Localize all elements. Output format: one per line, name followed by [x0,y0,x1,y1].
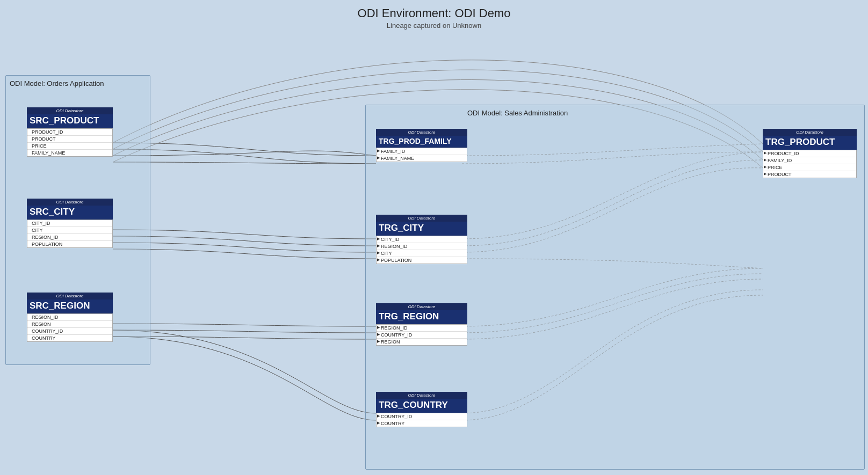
field-region: REGION [377,339,467,345]
datastore-src-city: ODI Datastore SRC_CITY CITY_ID CITY REGI… [27,199,113,248]
trg-product-title: TRG_PRODUCT [763,136,857,150]
field-country-id: COUNTRY_ID [377,413,467,420]
field-country-id: COUNTRY_ID [27,328,112,335]
trg-city-header: ODI Datastore [376,215,467,222]
field-country: COUNTRY [27,335,112,341]
trg-region-fields: REGION_ID COUNTRY_ID REGION [376,324,467,346]
trg-city-title: TRG_CITY [376,222,467,236]
field-product-id: PRODUCT_ID [763,150,856,157]
trg-prod-family-header: ODI Datastore [376,129,467,136]
trg-prod-family-title: TRG_PROD_FAMILY [376,136,467,148]
field-region-id: REGION_ID [377,243,467,250]
field-family-id: FAMILY_ID [763,157,856,164]
src-city-header: ODI Datastore [27,199,113,206]
trg-country-fields: COUNTRY_ID COUNTRY [376,413,467,427]
field-city-id: CITY_ID [377,236,467,243]
src-product-title: SRC_PRODUCT [27,114,113,128]
field-product: PRODUCT [763,171,856,178]
datastore-trg-product: ODI Datastore TRG_PRODUCT PRODUCT_ID FAM… [763,129,857,178]
field-family-name: FAMILY_NAME [27,150,112,156]
field-population: POPULATION [377,257,467,264]
trg-city-fields: CITY_ID REGION_ID CITY POPULATION [376,236,467,264]
model-sales-label: ODI Model: Sales Administration [467,109,568,117]
datastore-trg-prod-family: ODI Datastore TRG_PROD_FAMILY FAMILY_ID … [376,129,467,162]
datastore-src-region: ODI Datastore SRC_REGION REGION_ID REGIO… [27,293,113,342]
field-product-id: PRODUCT_ID [27,129,112,136]
field-region-id: REGION_ID [27,314,112,321]
field-country: COUNTRY [377,420,467,427]
src-region-fields: REGION_ID REGION COUNTRY_ID COUNTRY [27,313,113,342]
field-region: REGION [27,321,112,328]
field-price: PRICE [763,164,856,171]
src-city-title: SRC_CITY [27,206,113,220]
trg-region-title: TRG_REGION [376,310,467,324]
model-orders-label: ODI Model: Orders Application [10,79,104,87]
field-population: POPULATION [27,241,112,247]
field-city: CITY [27,227,112,234]
src-region-header: ODI Datastore [27,293,113,299]
trg-prod-family-fields: FAMILY_ID FAMILY_NAME [376,148,467,162]
page-subtitle: Lineage captured on Unknown [0,21,868,30]
field-price: PRICE [27,143,112,150]
trg-region-header: ODI Datastore [376,303,467,310]
datastore-trg-region: ODI Datastore TRG_REGION REGION_ID COUNT… [376,303,467,346]
field-city: CITY [377,250,467,257]
trg-product-fields: PRODUCT_ID FAMILY_ID PRICE PRODUCT [763,150,857,178]
field-region-id: REGION_ID [27,234,112,241]
datastore-trg-city: ODI Datastore TRG_CITY CITY_ID REGION_ID… [376,215,467,264]
field-family-id: FAMILY_ID [377,148,467,155]
src-product-fields: PRODUCT_ID PRODUCT PRICE FAMILY_NAME [27,128,113,157]
field-region-id: REGION_ID [377,325,467,332]
datastore-src-product: ODI Datastore SRC_PRODUCT PRODUCT_ID PRO… [27,107,113,157]
src-product-header: ODI Datastore [27,107,113,114]
field-city-id: CITY_ID [27,220,112,227]
src-city-fields: CITY_ID CITY REGION_ID POPULATION [27,220,113,248]
src-region-title: SRC_REGION [27,299,113,313]
trg-country-title: TRG_COUNTRY [376,399,467,413]
datastore-trg-country: ODI Datastore TRG_COUNTRY COUNTRY_ID COU… [376,392,467,427]
field-family-name: FAMILY_NAME [377,155,467,162]
page-title: ODI Environment: ODI Demo [0,0,868,20]
trg-country-header: ODI Datastore [376,392,467,399]
field-product: PRODUCT [27,136,112,143]
trg-product-header: ODI Datastore [763,129,857,136]
field-country-id: COUNTRY_ID [377,332,467,339]
